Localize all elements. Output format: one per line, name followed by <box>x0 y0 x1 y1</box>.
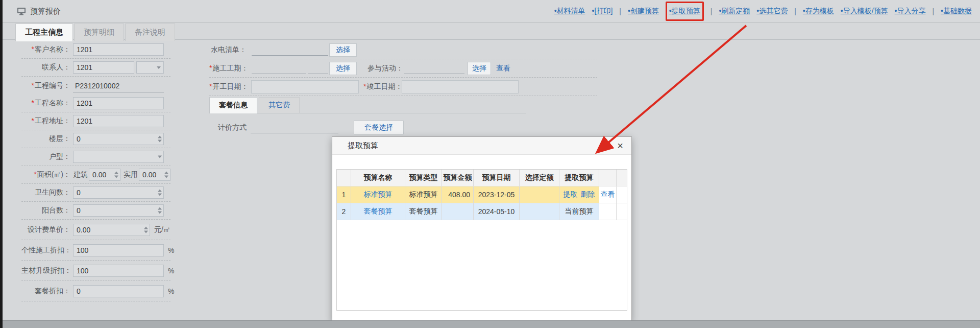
header-budget-amount: 预算金额 <box>442 170 474 186</box>
required-mark: * <box>34 170 36 178</box>
hydro-select-button[interactable]: 选择 <box>329 43 357 57</box>
tab-remarks[interactable]: 备注说明 <box>125 24 175 41</box>
design-fee-unit: 元/㎡ <box>154 225 170 235</box>
design-fee-input[interactable] <box>73 224 150 236</box>
hydro-list-label: 水电清单： <box>209 45 247 55</box>
budget-date-cell: 2024-05-10 <box>474 203 520 220</box>
arrow-up-icon <box>114 172 118 174</box>
form-row-project-no: *工程编号： P2312010002 <box>21 77 170 95</box>
house-type-caret[interactable] <box>158 156 162 158</box>
construction-period-input-2[interactable] <box>308 63 328 74</box>
chevron-down-icon <box>158 156 162 158</box>
toolbar-links: •材料清单 •[打印] | •创建预算 •提取预算 | •刷新定额 •选其它费 … <box>554 2 972 21</box>
project-name-input[interactable] <box>73 97 164 109</box>
activity-label: 参与活动： <box>368 64 403 73</box>
top-bar: 预算报价 •材料清单 •[打印] | •创建预算 •提取预算 | •刷新定额 •… <box>3 0 980 23</box>
form-row-customer-name: *客户名称： <box>21 41 170 59</box>
bathrooms-stepper[interactable] <box>158 190 162 196</box>
toolbar-link-extract-budget[interactable]: •提取预算 <box>669 7 700 15</box>
required-mark: * <box>32 116 34 125</box>
form-row-hydro-list: 水电清单： 选择 <box>209 41 597 59</box>
contact-input[interactable] <box>73 61 134 74</box>
tab-other-fees[interactable]: 其它费 <box>259 97 300 113</box>
table-row[interactable]: 2 套餐预算 套餐预算 2024-05-10 当前预算 <box>337 203 627 220</box>
form-row-material-discount: 主材升级折扣： % <box>21 261 170 281</box>
delete-link[interactable]: 删除 <box>581 190 595 199</box>
close-icon[interactable]: × <box>615 139 625 152</box>
form-row-package-discount: 套餐折扣： % <box>21 281 170 301</box>
end-date-input[interactable] <box>402 80 519 93</box>
design-fee-stepper[interactable] <box>144 226 148 233</box>
tab-budget-detail[interactable]: 预算明细 <box>74 24 124 41</box>
area-usable-label: 实用 <box>124 170 138 179</box>
extract-link[interactable]: 提取 <box>564 190 578 199</box>
area-built-stepper[interactable] <box>114 172 118 178</box>
tab-package-info[interactable]: 套餐信息 <box>209 97 257 113</box>
toolbar-link-other-fees[interactable]: •选其它费 <box>756 7 788 16</box>
house-type-label: 户型： <box>21 152 70 161</box>
chevron-down-icon <box>157 66 161 69</box>
arrow-up-icon <box>158 207 162 210</box>
area-built-label: 建筑 <box>74 170 88 179</box>
package-discount-input[interactable] <box>73 285 164 297</box>
construction-period-select-button[interactable]: 选择 <box>329 62 357 75</box>
activity-select-button[interactable]: 选择 <box>468 62 491 75</box>
toolbar-link-base-data[interactable]: •基础数据 <box>941 7 972 16</box>
page-title: 预算报价 <box>30 7 61 16</box>
toolbar-link-save-template[interactable]: •存为模板 <box>803 7 834 16</box>
header-row-number <box>337 170 351 186</box>
contact-dropdown[interactable] <box>136 61 164 74</box>
modal-titlebar: 提取预算 × <box>332 137 631 155</box>
toolbar-link-print[interactable]: •[打印] <box>592 7 613 16</box>
toolbar-link-create-budget[interactable]: •创建预算 <box>628 7 659 16</box>
floor-label: 楼层： <box>21 134 70 144</box>
toolbar-divider: | <box>710 7 713 15</box>
construction-period-input[interactable] <box>252 63 306 74</box>
floor-stepper[interactable] <box>158 136 162 143</box>
area-usable-stepper[interactable] <box>164 172 168 178</box>
project-name-label: 工程名称： <box>35 99 70 107</box>
budget-type-cell: 标准预算 <box>405 186 442 203</box>
hydro-list-input[interactable] <box>252 44 328 56</box>
house-type-select[interactable] <box>73 151 164 163</box>
package-select-button[interactable]: 套餐选择 <box>354 121 404 134</box>
modal-title: 提取预算 <box>348 141 378 151</box>
toolbar-link-import-template[interactable]: •导入模板/预算 <box>841 7 888 16</box>
budget-name-link[interactable]: 标准预算 <box>364 190 393 199</box>
toolbar-link-material-list[interactable]: •材料清单 <box>554 7 585 16</box>
activity-view-link[interactable]: 查看 <box>496 64 510 73</box>
form-row-house-type: 户型： <box>21 148 170 166</box>
floor-input[interactable] <box>73 133 164 145</box>
balconies-input[interactable] <box>73 204 164 217</box>
toolbar-link-import-share[interactable]: •导入分享 <box>895 7 926 16</box>
start-date-input[interactable] <box>251 80 359 93</box>
project-addr-input[interactable] <box>73 115 164 127</box>
table-row[interactable]: 1 标准预算 标准预算 408.00 2023-12-05 提取 删除 查看 <box>337 186 627 203</box>
header-extract-budget: 提取预算 <box>559 170 599 186</box>
budget-date-cell: 2023-12-05 <box>474 186 520 203</box>
budget-amount-cell: 408.00 <box>442 186 474 203</box>
balconies-stepper[interactable] <box>158 207 162 214</box>
arrow-down-icon <box>158 140 162 143</box>
custom-discount-label: 个性施工折扣： <box>21 246 70 255</box>
arrow-down-icon <box>114 176 118 178</box>
percent-sign: % <box>168 287 174 295</box>
toolbar-link-refresh-quota[interactable]: •刷新定额 <box>719 7 750 16</box>
window-bottom-strip <box>0 320 980 328</box>
activity-input[interactable] <box>404 63 464 74</box>
percent-sign: % <box>168 246 174 254</box>
form-row-project-name: *工程名称： <box>21 95 170 112</box>
tab-project-main-info[interactable]: 工程主信息 <box>15 24 73 41</box>
form-row-design-fee: 设计费单价： 元/㎡ <box>21 220 170 240</box>
percent-sign: % <box>168 267 174 275</box>
pricing-input[interactable] <box>251 122 338 133</box>
material-discount-input[interactable] <box>73 265 164 277</box>
header-budget-type: 预算类型 <box>405 170 442 186</box>
custom-discount-input[interactable] <box>73 244 164 256</box>
customer-name-input[interactable] <box>73 43 164 56</box>
budget-name-link[interactable]: 套餐预算 <box>364 207 393 216</box>
view-link[interactable]: 查看 <box>601 190 615 199</box>
bathrooms-input[interactable] <box>73 186 164 199</box>
arrow-down-icon <box>158 194 162 196</box>
form-row-custom-discount: 个性施工折扣： % <box>21 240 170 261</box>
